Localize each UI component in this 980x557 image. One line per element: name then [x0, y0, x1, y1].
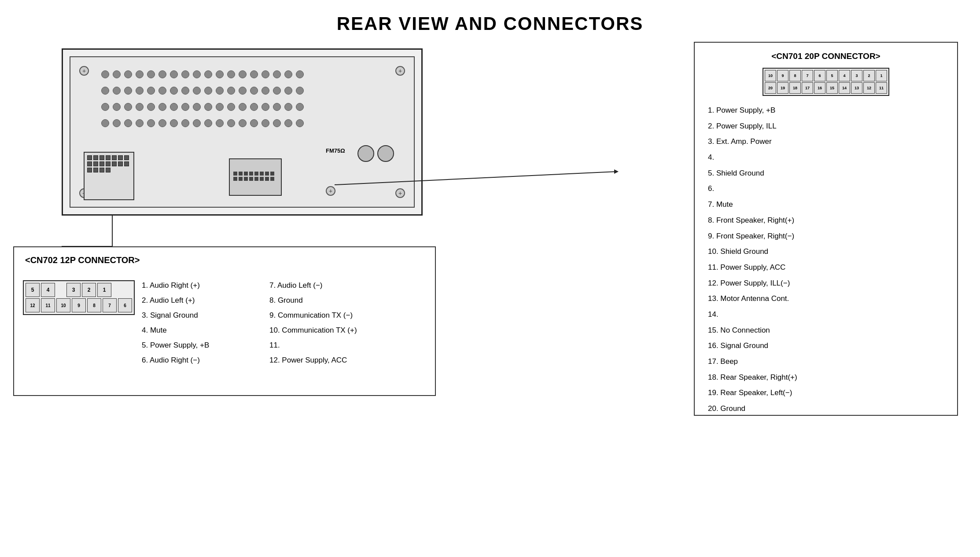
vent-hole [147, 70, 155, 78]
vent-hole [273, 103, 281, 111]
cn702-title: <CN702 12P CONNECTOR> [25, 255, 140, 265]
cn701-pin-4: 4. [708, 150, 944, 165]
vent-hole [262, 70, 269, 78]
vent-hole [181, 119, 189, 127]
screw-tr [395, 66, 405, 76]
cn701-pin-13: 13. Motor Antenna Cont. [708, 291, 944, 307]
vent-hole [227, 119, 235, 127]
cn701-pin-20: 20. Ground [708, 401, 944, 417]
cn702-pin-11: 11. [269, 338, 357, 353]
vent-hole [250, 70, 258, 78]
cn701-box: <CN701 20P CONNECTOR> 10 9 8 7 6 5 4 3 2… [694, 42, 958, 416]
vent-hole [101, 70, 109, 78]
vent-hole [296, 119, 304, 127]
vent-hole [227, 103, 235, 111]
fm-label: FM75Ω [326, 147, 345, 154]
cn702-pin-list-col1: 1. Audio Right (+) 2. Audio Left (+) 3. … [142, 278, 209, 368]
screw-tl [79, 66, 89, 76]
svg-marker-3 [614, 169, 619, 174]
cn701-pin-5: 5. Shield Ground [708, 165, 944, 181]
vent-hole [158, 103, 166, 111]
cn702-pin-4: 4. Mute [142, 323, 209, 338]
vent-hole [147, 119, 155, 127]
vent-hole [113, 103, 121, 111]
cn701-pin-2: 2. Power Supply, ILL [708, 118, 944, 134]
vent-hole [239, 70, 247, 78]
vent-hole [273, 70, 281, 78]
vent-hole [158, 70, 166, 78]
vent-hole [136, 70, 144, 78]
vent-hole [204, 119, 212, 127]
device-inner: FM75Ω + [70, 56, 415, 208]
vent-area [97, 66, 317, 136]
vent-hole [239, 87, 247, 95]
circle-conn-1 [357, 145, 374, 162]
vent-hole [158, 87, 166, 95]
cn702-pin-2: 2. Audio Left (+) [142, 293, 209, 308]
vent-hole [227, 87, 235, 95]
cn702-pin-8: 8. Ground [269, 293, 357, 308]
vent-hole [227, 70, 235, 78]
vent-hole [136, 103, 144, 111]
vent-hole [239, 103, 247, 111]
vent-hole [216, 103, 224, 111]
vent-hole [170, 119, 178, 127]
vent-hole [273, 87, 281, 95]
vent-hole [170, 87, 178, 95]
vent-hole [193, 87, 201, 95]
vent-hole [262, 103, 269, 111]
cn702-pin-1: 1. Audio Right (+) [142, 278, 209, 293]
vent-hole [124, 103, 132, 111]
cn701-pin-list: 1. Power Supply, +B 2. Power Supply, ILL… [708, 103, 944, 417]
cn701-pin-10: 10. Shield Ground [708, 244, 944, 260]
cn701-pin-17: 17. Beep [708, 354, 944, 370]
cn702-box: <CN702 12P CONNECTOR> 5 4 3 2 1 12 11 10… [13, 246, 436, 396]
vent-hole [193, 119, 201, 127]
cn701-pin-7: 7. Mute [708, 197, 944, 213]
vent-hole [124, 119, 132, 127]
vent-hole [181, 87, 189, 95]
vent-hole [113, 70, 121, 78]
cn701-pin-14: 14. [708, 307, 944, 322]
cn702-pin-6: 6. Audio Right (−) [142, 353, 209, 368]
cn701-connector-diagram: 10 9 8 7 6 5 4 3 2 1 20 19 18 17 16 15 1… [753, 68, 899, 96]
cn701-pin-9: 9. Front Speaker, Right(−) [708, 228, 944, 244]
vent-hole [216, 87, 224, 95]
vent-hole [101, 119, 109, 127]
screw-br [395, 188, 405, 198]
cn701-pin-18: 18. Rear Speaker, Right(+) [708, 370, 944, 385]
left-connector-pins [85, 153, 133, 175]
vent-hole [250, 87, 258, 95]
vent-hole [262, 87, 269, 95]
vent-hole [216, 70, 224, 78]
vent-hole [113, 87, 121, 95]
cn701-pin-3: 3. Ext. Amp. Power [708, 134, 944, 150]
vent-hole [296, 70, 304, 78]
fm75-area: FM75Ω + [321, 145, 396, 198]
vent-hole [296, 103, 304, 111]
cn701-pin-16: 16. Signal Ground [708, 338, 944, 354]
cn701-pin-11: 11. Power Supply, ACC [708, 260, 944, 275]
cn702-pin-list-col2: 7. Audio Left (−) 8. Ground 9. Communica… [269, 278, 357, 368]
vent-hole [250, 103, 258, 111]
device-diagram: FM75Ω + [62, 48, 423, 216]
cn702-pin-9: 9. Communication TX (−) [269, 308, 357, 323]
cn702-pin-3: 3. Signal Ground [142, 308, 209, 323]
vent-hole [284, 119, 292, 127]
vent-hole [262, 119, 269, 127]
vent-hole [181, 70, 189, 78]
vent-hole [239, 119, 247, 127]
vent-hole [204, 70, 212, 78]
vent-hole [170, 70, 178, 78]
vent-hole [158, 119, 166, 127]
vent-hole [124, 87, 132, 95]
page-title: REAR VIEW AND CONNECTORS [0, 0, 980, 34]
vent-hole [101, 103, 109, 111]
vent-hole [284, 87, 292, 95]
center-connector-block [229, 158, 282, 196]
vent-hole [193, 70, 201, 78]
cn702-pin-5: 5. Power Supply, +B [142, 338, 209, 353]
cn701-pin-8: 8. Front Speaker, Right(+) [708, 213, 944, 228]
cn701-pin-6: 6. [708, 181, 944, 197]
vent-hole [124, 70, 132, 78]
